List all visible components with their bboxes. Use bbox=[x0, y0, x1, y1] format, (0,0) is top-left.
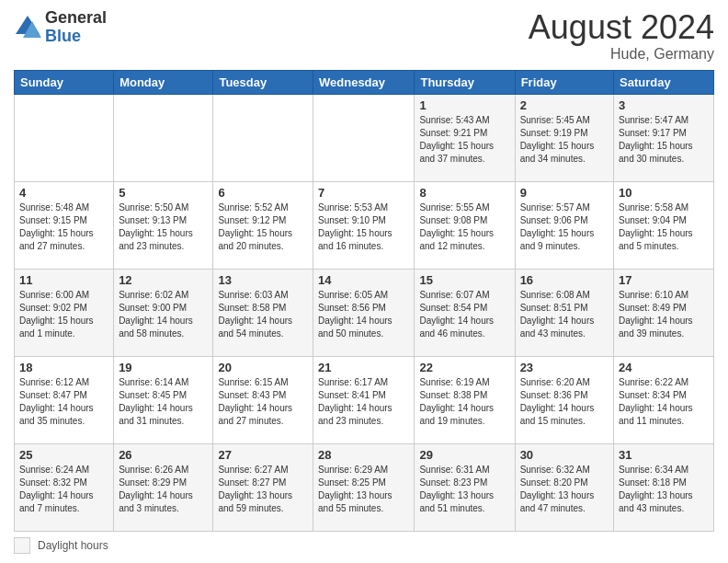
calendar-cell-3-3: 21Sunrise: 6:17 AM Sunset: 8:41 PM Dayli… bbox=[313, 356, 415, 443]
day-number: 1 bbox=[419, 98, 509, 112]
calendar-cell-2-1: 12Sunrise: 6:02 AM Sunset: 9:00 PM Dayli… bbox=[114, 269, 213, 356]
day-info: Sunrise: 5:50 AM Sunset: 9:13 PM Dayligh… bbox=[119, 201, 208, 253]
day-info: Sunrise: 5:52 AM Sunset: 9:12 PM Dayligh… bbox=[218, 201, 308, 253]
calendar-cell-2-6: 17Sunrise: 6:10 AM Sunset: 8:49 PM Dayli… bbox=[614, 269, 714, 356]
calendar-cell-3-1: 19Sunrise: 6:14 AM Sunset: 8:45 PM Dayli… bbox=[114, 356, 213, 443]
title-block: August 2024 Hude, Germany bbox=[529, 9, 714, 63]
day-number: 10 bbox=[619, 186, 709, 200]
day-number: 30 bbox=[520, 448, 609, 462]
footer: Daylight hours bbox=[14, 537, 714, 554]
day-number: 15 bbox=[419, 273, 509, 287]
calendar-cell-0-2 bbox=[213, 94, 313, 181]
day-number: 7 bbox=[318, 186, 409, 200]
calendar-cell-0-1 bbox=[114, 94, 213, 181]
day-number: 20 bbox=[218, 361, 308, 374]
calendar-cell-4-0: 25Sunrise: 6:24 AM Sunset: 8:32 PM Dayli… bbox=[15, 443, 114, 531]
calendar-cell-4-2: 27Sunrise: 6:27 AM Sunset: 8:27 PM Dayli… bbox=[213, 443, 313, 531]
calendar-cell-1-6: 10Sunrise: 5:58 AM Sunset: 9:04 PM Dayli… bbox=[614, 181, 714, 269]
calendar-weekday-friday: Friday bbox=[515, 70, 613, 94]
calendar-cell-4-3: 28Sunrise: 6:29 AM Sunset: 8:25 PM Dayli… bbox=[313, 443, 415, 531]
day-info: Sunrise: 5:43 AM Sunset: 9:21 PM Dayligh… bbox=[419, 114, 509, 166]
day-number: 31 bbox=[619, 448, 709, 462]
day-number: 23 bbox=[520, 361, 609, 374]
calendar-header-row: SundayMondayTuesdayWednesdayThursdayFrid… bbox=[15, 70, 714, 94]
day-number: 2 bbox=[520, 98, 609, 112]
calendar-cell-3-5: 23Sunrise: 6:20 AM Sunset: 8:36 PM Dayli… bbox=[515, 356, 613, 443]
day-number: 13 bbox=[218, 273, 308, 287]
calendar-cell-1-5: 9Sunrise: 5:57 AM Sunset: 9:06 PM Daylig… bbox=[515, 181, 613, 269]
calendar-weekday-thursday: Thursday bbox=[415, 70, 515, 94]
calendar-cell-4-5: 30Sunrise: 6:32 AM Sunset: 8:20 PM Dayli… bbox=[515, 443, 613, 531]
calendar-weekday-sunday: Sunday bbox=[15, 70, 114, 94]
day-number: 25 bbox=[19, 448, 108, 462]
day-info: Sunrise: 6:32 AM Sunset: 8:20 PM Dayligh… bbox=[520, 464, 609, 515]
day-number: 28 bbox=[318, 448, 409, 462]
subtitle: Hude, Germany bbox=[529, 46, 714, 63]
calendar-cell-2-3: 14Sunrise: 6:05 AM Sunset: 8:56 PM Dayli… bbox=[313, 269, 415, 356]
day-info: Sunrise: 5:53 AM Sunset: 9:10 PM Dayligh… bbox=[318, 201, 409, 253]
day-number: 27 bbox=[218, 448, 308, 462]
calendar-cell-2-5: 16Sunrise: 6:08 AM Sunset: 8:51 PM Dayli… bbox=[515, 269, 613, 356]
day-info: Sunrise: 6:19 AM Sunset: 8:38 PM Dayligh… bbox=[419, 376, 509, 428]
calendar-week-row-0: 1Sunrise: 5:43 AM Sunset: 9:21 PM Daylig… bbox=[15, 94, 714, 181]
day-info: Sunrise: 5:47 AM Sunset: 9:17 PM Dayligh… bbox=[619, 114, 709, 166]
day-number: 26 bbox=[119, 448, 208, 462]
day-info: Sunrise: 5:55 AM Sunset: 9:08 PM Dayligh… bbox=[419, 201, 509, 253]
day-info: Sunrise: 6:34 AM Sunset: 8:18 PM Dayligh… bbox=[619, 464, 709, 515]
calendar-weekday-wednesday: Wednesday bbox=[313, 70, 415, 94]
calendar-cell-4-6: 31Sunrise: 6:34 AM Sunset: 8:18 PM Dayli… bbox=[614, 443, 714, 531]
calendar-cell-2-0: 11Sunrise: 6:00 AM Sunset: 9:02 PM Dayli… bbox=[15, 269, 114, 356]
day-number: 5 bbox=[119, 186, 208, 200]
calendar-weekday-monday: Monday bbox=[114, 70, 213, 94]
calendar-cell-4-4: 29Sunrise: 6:31 AM Sunset: 8:23 PM Dayli… bbox=[415, 443, 515, 531]
day-info: Sunrise: 6:24 AM Sunset: 8:32 PM Dayligh… bbox=[19, 464, 108, 515]
calendar-table: SundayMondayTuesdayWednesdayThursdayFrid… bbox=[14, 70, 714, 532]
calendar-cell-0-6: 3Sunrise: 5:47 AM Sunset: 9:17 PM Daylig… bbox=[614, 94, 714, 181]
calendar-cell-0-0 bbox=[15, 94, 114, 181]
day-info: Sunrise: 6:03 AM Sunset: 8:58 PM Dayligh… bbox=[218, 289, 308, 340]
calendar-week-row-4: 25Sunrise: 6:24 AM Sunset: 8:32 PM Dayli… bbox=[15, 443, 714, 531]
day-info: Sunrise: 6:27 AM Sunset: 8:27 PM Dayligh… bbox=[218, 464, 308, 515]
day-info: Sunrise: 5:57 AM Sunset: 9:06 PM Dayligh… bbox=[520, 201, 609, 253]
day-info: Sunrise: 6:00 AM Sunset: 9:02 PM Dayligh… bbox=[19, 289, 108, 340]
day-number: 17 bbox=[619, 273, 709, 287]
daylight-box bbox=[14, 537, 30, 554]
day-info: Sunrise: 6:17 AM Sunset: 8:41 PM Dayligh… bbox=[318, 376, 409, 428]
day-info: Sunrise: 6:22 AM Sunset: 8:34 PM Dayligh… bbox=[619, 376, 709, 428]
day-number: 12 bbox=[119, 273, 208, 287]
calendar-cell-3-2: 20Sunrise: 6:15 AM Sunset: 8:43 PM Dayli… bbox=[213, 356, 313, 443]
day-number: 9 bbox=[520, 186, 609, 200]
calendar-cell-3-4: 22Sunrise: 6:19 AM Sunset: 8:38 PM Dayli… bbox=[415, 356, 515, 443]
day-number: 14 bbox=[318, 273, 409, 287]
day-info: Sunrise: 6:12 AM Sunset: 8:47 PM Dayligh… bbox=[19, 376, 108, 428]
calendar-cell-1-0: 4Sunrise: 5:48 AM Sunset: 9:15 PM Daylig… bbox=[15, 181, 114, 269]
day-info: Sunrise: 6:14 AM Sunset: 8:45 PM Dayligh… bbox=[119, 376, 208, 428]
calendar-cell-1-1: 5Sunrise: 5:50 AM Sunset: 9:13 PM Daylig… bbox=[114, 181, 213, 269]
calendar-cell-0-4: 1Sunrise: 5:43 AM Sunset: 9:21 PM Daylig… bbox=[415, 94, 515, 181]
day-info: Sunrise: 6:15 AM Sunset: 8:43 PM Dayligh… bbox=[218, 376, 308, 428]
day-number: 4 bbox=[19, 186, 108, 200]
day-info: Sunrise: 6:10 AM Sunset: 8:49 PM Dayligh… bbox=[619, 289, 709, 340]
day-number: 29 bbox=[419, 448, 509, 462]
day-info: Sunrise: 6:05 AM Sunset: 8:56 PM Dayligh… bbox=[318, 289, 409, 340]
day-number: 24 bbox=[619, 361, 709, 374]
calendar-week-row-2: 11Sunrise: 6:00 AM Sunset: 9:02 PM Dayli… bbox=[15, 269, 714, 356]
calendar-cell-3-6: 24Sunrise: 6:22 AM Sunset: 8:34 PM Dayli… bbox=[614, 356, 714, 443]
calendar-cell-1-4: 8Sunrise: 5:55 AM Sunset: 9:08 PM Daylig… bbox=[415, 181, 515, 269]
day-info: Sunrise: 6:31 AM Sunset: 8:23 PM Dayligh… bbox=[419, 464, 509, 515]
day-number: 11 bbox=[19, 273, 108, 287]
logo-text: General Blue bbox=[45, 9, 107, 46]
day-number: 19 bbox=[119, 361, 208, 374]
day-info: Sunrise: 6:26 AM Sunset: 8:29 PM Dayligh… bbox=[119, 464, 208, 515]
day-number: 22 bbox=[419, 361, 509, 374]
calendar-cell-1-3: 7Sunrise: 5:53 AM Sunset: 9:10 PM Daylig… bbox=[313, 181, 415, 269]
logo-blue: Blue bbox=[45, 28, 107, 46]
main-title: August 2024 bbox=[529, 9, 714, 46]
day-info: Sunrise: 6:08 AM Sunset: 8:51 PM Dayligh… bbox=[520, 289, 609, 340]
calendar-cell-0-3 bbox=[313, 94, 415, 181]
day-info: Sunrise: 6:29 AM Sunset: 8:25 PM Dayligh… bbox=[318, 464, 409, 515]
day-number: 18 bbox=[19, 361, 108, 374]
daylight-label: Daylight hours bbox=[38, 539, 108, 552]
calendar-cell-3-0: 18Sunrise: 6:12 AM Sunset: 8:47 PM Dayli… bbox=[15, 356, 114, 443]
header: General Blue August 2024 Hude, Germany bbox=[14, 9, 714, 63]
